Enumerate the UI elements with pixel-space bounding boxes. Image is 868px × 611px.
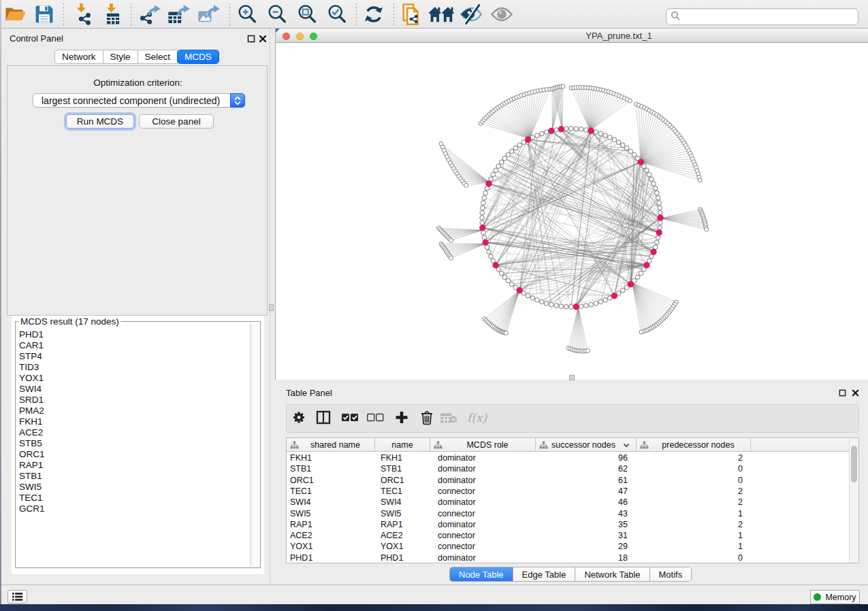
show-panels-button[interactable] xyxy=(7,590,27,604)
column-header-predecessor-nodes[interactable]: predecessor nodes xyxy=(637,438,751,452)
optimization-criterion-select[interactable]: largest connected component (undirected) xyxy=(33,93,245,108)
toolbar-separator xyxy=(229,3,230,25)
first-neighbors-button[interactable] xyxy=(430,4,453,24)
mcds-result-node: GCR1 xyxy=(19,503,247,514)
new-network-from-selection-button[interactable] xyxy=(400,4,423,24)
table-scrollbar-thumb[interactable] xyxy=(851,446,857,482)
toolbar-separator xyxy=(356,3,357,25)
close-panel-icon[interactable] xyxy=(259,35,267,43)
tab-style[interactable]: Style xyxy=(103,50,138,64)
tab-mcds[interactable]: MCDS xyxy=(177,50,219,64)
table-header-row: shared namename MCDS role successor node… xyxy=(287,438,858,452)
mcds-result-list[interactable]: PHD1CAR1STP4TID3YOX1SWI4SRD1PMA2FKH1ACE2… xyxy=(19,329,247,514)
add-column-button[interactable] xyxy=(395,411,408,427)
zoom-selected-button[interactable] xyxy=(325,4,349,24)
window-minimize-button[interactable] xyxy=(296,33,304,40)
column-header-MCDS-role[interactable]: MCDS role xyxy=(430,438,536,452)
mcds-result-node: STB5 xyxy=(19,438,247,449)
table-row[interactable]: PHD1PHD1dominator180 xyxy=(287,552,858,563)
vertical-splitter-handle[interactable] xyxy=(269,304,274,311)
column-header-successor-nodes[interactable]: successor nodes xyxy=(536,438,637,452)
tab-edge-table[interactable]: Edge Table xyxy=(513,567,576,581)
import-network-button[interactable] xyxy=(71,4,95,24)
show-column-button[interactable] xyxy=(316,410,331,427)
table-row[interactable]: RAP1RAP1dominator352 xyxy=(287,519,858,530)
window-zoom-button[interactable] xyxy=(310,33,317,40)
mcds-result-node: TID3 xyxy=(19,362,247,373)
refresh-icon xyxy=(363,3,385,25)
save-session-button[interactable] xyxy=(33,4,56,24)
unchecked-boxes-icon xyxy=(366,412,384,426)
cell-predecessor-nodes: 2 xyxy=(637,497,743,508)
screen-left-edge xyxy=(0,0,1,604)
table-row[interactable]: FKH1FKH1dominator962 xyxy=(287,452,858,463)
save-icon xyxy=(33,3,55,25)
table-row[interactable]: SWI5SWI5connector431 xyxy=(287,508,858,519)
table-row[interactable]: TEC1TEC1connector472 xyxy=(287,486,858,497)
mcds-result-group: MCDS result (17 nodes) PHD1CAR1STP4TID3Y… xyxy=(15,321,261,568)
deselect-all-button[interactable] xyxy=(366,412,384,426)
export-table-icon xyxy=(166,3,191,26)
cell-MCDS-role: connector xyxy=(438,530,536,541)
copy-network-icon xyxy=(400,2,423,27)
mcds-result-node: PMA2 xyxy=(19,406,247,416)
open-session-button[interactable] xyxy=(3,4,27,24)
run-mcds-button[interactable]: Run MCDS xyxy=(66,114,134,129)
tab-network-table[interactable]: Network Table xyxy=(575,567,649,581)
table-row[interactable]: ACE2ACE2connector311 xyxy=(287,530,858,541)
import-table-button[interactable] xyxy=(101,4,125,24)
column-header-shared-name[interactable]: shared name xyxy=(287,438,375,452)
search-input[interactable] xyxy=(666,8,858,25)
column-type-icon xyxy=(539,441,548,451)
delete-column-button[interactable] xyxy=(420,410,434,427)
status-bar: Memory xyxy=(0,584,868,604)
network-canvas[interactable] xyxy=(276,43,868,380)
tab-network[interactable]: Network xyxy=(54,50,103,64)
close-panel-button[interactable]: Close panel xyxy=(139,114,214,129)
horizontal-splitter[interactable] xyxy=(275,380,868,384)
mcds-results-panel: MCDS result (17 nodes) PHD1CAR1STP4TID3Y… xyxy=(12,316,264,574)
table-row[interactable]: SWI4SWI4dominator462 xyxy=(287,497,858,508)
table-scrollbar[interactable] xyxy=(849,439,858,563)
table-row[interactable]: YOX1YOX1connector291 xyxy=(287,541,858,552)
table-row[interactable]: STB1STB1dominator620 xyxy=(287,463,858,474)
control-panel-title: Control Panel xyxy=(10,33,63,44)
import-table-icon xyxy=(101,3,125,26)
close-table-panel-icon[interactable] xyxy=(852,389,860,397)
network-window-titlebar[interactable]: YPA_prune.txt_1 xyxy=(276,29,868,43)
float-panel-icon[interactable] xyxy=(247,35,255,43)
apply-layout-button[interactable] xyxy=(362,4,385,24)
hide-selected-button[interactable] xyxy=(460,4,483,24)
node-table: shared namename MCDS role successor node… xyxy=(286,437,859,563)
mcds-result-node: STB1 xyxy=(19,471,247,482)
export-table-button[interactable] xyxy=(167,4,190,24)
cell-name: FKH1 xyxy=(381,452,430,463)
show-all-button[interactable] xyxy=(490,4,513,24)
zoom-selected-icon xyxy=(326,3,348,25)
tab-motifs[interactable]: Motifs xyxy=(650,567,692,581)
zoom-out-button[interactable] xyxy=(266,4,289,24)
cell-MCDS-role: dominator xyxy=(438,519,536,530)
horizontal-splitter-handle[interactable] xyxy=(569,375,575,380)
table-row[interactable]: ORC1ORC1dominator610 xyxy=(287,475,858,486)
zoom-in-button[interactable] xyxy=(236,4,259,24)
export-network-button[interactable] xyxy=(138,4,161,24)
memory-button[interactable]: Memory xyxy=(810,590,860,604)
export-image-button[interactable] xyxy=(197,4,220,24)
window-close-button[interactable] xyxy=(283,33,290,40)
export-network-icon xyxy=(137,3,161,26)
cell-name: TEC1 xyxy=(381,486,430,497)
column-header-name[interactable]: name xyxy=(375,438,430,452)
cell-predecessor-nodes: 2 xyxy=(637,519,743,530)
tab-select[interactable]: Select xyxy=(138,50,178,64)
mcds-result-scrollbar[interactable] xyxy=(250,323,259,566)
cell-shared-name: RAP1 xyxy=(290,519,375,530)
select-all-button[interactable] xyxy=(341,412,359,426)
table-settings-button[interactable] xyxy=(291,410,306,427)
zoom-fit-button[interactable] xyxy=(295,4,319,24)
float-table-panel-icon[interactable] xyxy=(839,389,847,397)
cell-shared-name: ACE2 xyxy=(290,530,375,541)
checked-boxes-icon xyxy=(341,412,359,426)
cell-successor-nodes: 47 xyxy=(536,486,628,497)
tab-node-table[interactable]: Node Table xyxy=(450,567,513,581)
